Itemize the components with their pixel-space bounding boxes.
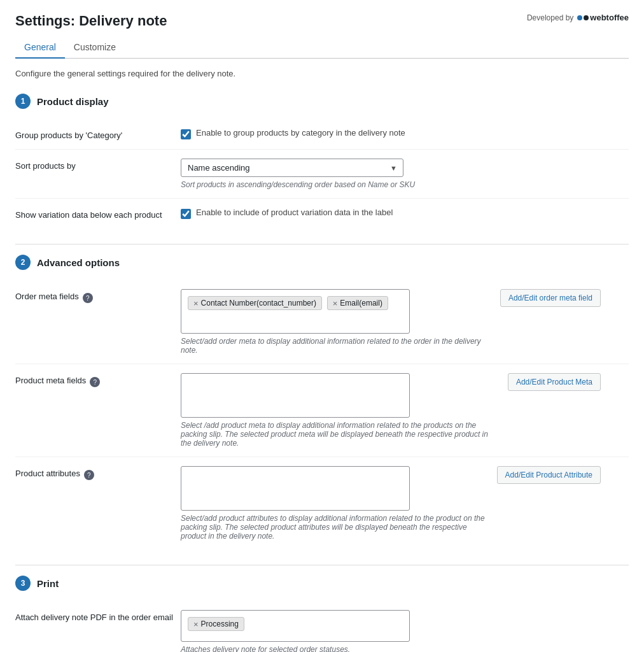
tag-contact-number: × Contact Number(contact_number) bbox=[188, 296, 322, 310]
tag-remove-contact[interactable]: × bbox=[193, 299, 199, 308]
row-order-meta: Order meta fields ? × Contact Number(con… bbox=[15, 280, 629, 364]
product-meta-field-container[interactable] bbox=[181, 373, 410, 418]
product-attributes-field-container[interactable] bbox=[181, 466, 410, 511]
checkbox-row-variation: Enable to include of product variation d… bbox=[181, 208, 629, 219]
help-icon-product-attributes[interactable]: ? bbox=[84, 470, 94, 480]
control-attach-pdf: × Processing Attaches delivery note for … bbox=[181, 610, 629, 652]
label-group-by-category: Group products by 'Category' bbox=[15, 128, 181, 140]
section-title-advanced-options: Advanced options bbox=[37, 257, 120, 268]
checkbox-group-category[interactable] bbox=[181, 129, 191, 139]
logo-dot-blue bbox=[577, 15, 582, 20]
section-print-header: 3 Print bbox=[15, 576, 629, 591]
add-edit-product-meta-btn[interactable]: Add/Edit Product Meta bbox=[508, 373, 601, 391]
page-description: Configure the general settings required … bbox=[15, 69, 629, 78]
section-number-3: 3 bbox=[15, 576, 31, 591]
product-meta-field-hint-block: Select /add product meta to display addi… bbox=[181, 373, 500, 448]
product-attributes-hint: Select/add product attributes to display… bbox=[181, 514, 489, 541]
label-product-meta: Product meta fields ? bbox=[15, 373, 181, 387]
divider-1 bbox=[15, 244, 629, 244]
print-email-container[interactable]: × Processing bbox=[181, 610, 410, 642]
row-product-attributes: Product attributes ? Select/add product … bbox=[15, 457, 629, 549]
logo-text: webtoffee bbox=[590, 13, 629, 22]
help-icon-order-meta[interactable]: ? bbox=[83, 293, 93, 303]
developed-by-label: Developed by bbox=[527, 13, 573, 22]
control-group-by-category: Enable to group products by category in … bbox=[181, 128, 629, 139]
label-product-attributes: Product attributes ? bbox=[15, 466, 181, 480]
row-attach-pdf: Attach delivery note PDF in the order em… bbox=[15, 601, 629, 652]
page-wrapper: Settings: Delivery note Developed by web… bbox=[0, 0, 644, 652]
order-meta-field-container[interactable]: × Contact Number(contact_number) × Email… bbox=[181, 289, 410, 334]
section-title-print: Print bbox=[37, 578, 59, 589]
tabs-bar: General Customize bbox=[15, 37, 629, 59]
order-meta-field-with-button: × Contact Number(contact_number) × Email… bbox=[181, 289, 601, 355]
developed-by: Developed by webtoffee bbox=[527, 13, 629, 22]
label-attach-pdf: Attach delivery note PDF in the order em… bbox=[15, 610, 181, 622]
row-product-meta: Product meta fields ? Select /add produc… bbox=[15, 364, 629, 457]
logo-dot-dark bbox=[584, 15, 589, 20]
checkbox-label-group-category: Enable to group products by category in … bbox=[196, 128, 405, 138]
sort-products-hint: Sort products in ascending/descending or… bbox=[181, 180, 629, 189]
tag-remove-processing[interactable]: × bbox=[193, 620, 199, 628]
label-variation-data: Show variation data below each product bbox=[15, 208, 181, 220]
section-advanced-options-header: 2 Advanced options bbox=[15, 255, 629, 270]
tag-email: × Email(email) bbox=[327, 296, 388, 310]
section-print: 3 Print Attach delivery note PDF in the … bbox=[15, 576, 629, 652]
attach-pdf-hint: Attaches delivery note for selected orde… bbox=[181, 645, 629, 652]
control-order-meta: × Contact Number(contact_number) × Email… bbox=[181, 289, 629, 355]
control-product-attributes: Select/add product attributes to display… bbox=[181, 466, 629, 541]
sort-products-select[interactable]: Name ascending Name descending SKU ascen… bbox=[181, 159, 403, 177]
tag-processing: × Processing bbox=[188, 617, 244, 631]
section-number-1: 1 bbox=[15, 94, 31, 109]
label-order-meta: Order meta fields ? bbox=[15, 289, 181, 303]
section-product-display: 1 Product display Group products by 'Cat… bbox=[15, 94, 629, 229]
label-sort-products: Sort products by bbox=[15, 159, 181, 171]
row-group-by-category: Group products by 'Category' Enable to g… bbox=[15, 119, 629, 150]
checkbox-row-group-category: Enable to group products by category in … bbox=[181, 128, 629, 139]
product-attributes-field-hint-block: Select/add product attributes to display… bbox=[181, 466, 489, 541]
page-title: Settings: Delivery note bbox=[15, 13, 167, 29]
tag-remove-email[interactable]: × bbox=[333, 299, 338, 308]
product-meta-hint: Select /add product meta to display addi… bbox=[181, 421, 500, 448]
section-number-2: 2 bbox=[15, 255, 31, 270]
row-variation-data: Show variation data below each product E… bbox=[15, 199, 629, 229]
product-meta-field-with-button: Select /add product meta to display addi… bbox=[181, 373, 601, 448]
sort-products-select-wrapper: Name ascending Name descending SKU ascen… bbox=[181, 159, 403, 177]
checkbox-variation-data[interactable] bbox=[181, 209, 191, 219]
webtoffee-logo: webtoffee bbox=[577, 13, 629, 22]
control-product-meta: Select /add product meta to display addi… bbox=[181, 373, 629, 448]
divider-2 bbox=[15, 565, 629, 565]
control-variation-data: Enable to include of product variation d… bbox=[181, 208, 629, 219]
page-header: Settings: Delivery note Developed by web… bbox=[15, 13, 629, 29]
add-edit-product-attributes-btn[interactable]: Add/Edit Product Attribute bbox=[497, 466, 601, 484]
row-sort-products: Sort products by Name ascending Name des… bbox=[15, 150, 629, 199]
order-meta-field-hint-block: × Contact Number(contact_number) × Email… bbox=[181, 289, 493, 355]
tab-customize[interactable]: Customize bbox=[65, 37, 125, 59]
section-product-display-header: 1 Product display bbox=[15, 94, 629, 109]
section-advanced-options: 2 Advanced options Order meta fields ? ×… bbox=[15, 255, 629, 549]
section-title-product-display: Product display bbox=[37, 96, 109, 107]
tab-general[interactable]: General bbox=[15, 37, 65, 59]
product-attributes-field-with-button: Select/add product attributes to display… bbox=[181, 466, 601, 541]
control-sort-products: Name ascending Name descending SKU ascen… bbox=[181, 159, 629, 189]
order-meta-hint: Select/add order meta to display additio… bbox=[181, 337, 493, 355]
add-edit-order-meta-btn[interactable]: Add/Edit order meta field bbox=[500, 289, 601, 307]
help-icon-product-meta[interactable]: ? bbox=[90, 377, 100, 387]
checkbox-label-variation: Enable to include of product variation d… bbox=[196, 208, 393, 217]
